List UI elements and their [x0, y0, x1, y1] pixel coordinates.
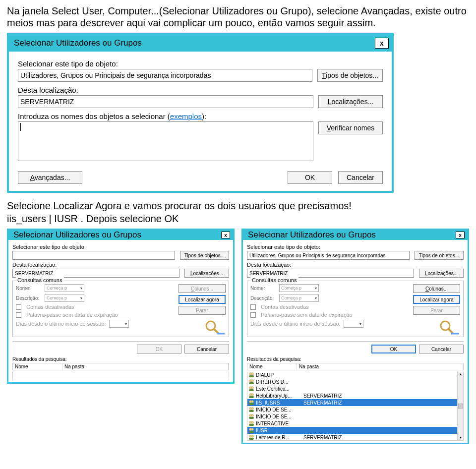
- close-icon[interactable]: x: [375, 38, 389, 49]
- object-types-button[interactable]: Tipos de objetos...: [415, 251, 464, 260]
- svg-rect-11: [249, 382, 254, 384]
- titlebar: Selecionar Utilizadores ou Grupos x: [9, 35, 392, 52]
- svg-point-13: [251, 387, 254, 389]
- location-label: Desta localização:: [12, 262, 229, 268]
- name-filter-label: Nome:: [16, 286, 42, 291]
- object-type-field[interactable]: Utilizadores, Grupos ou Principais de se…: [12, 251, 175, 260]
- location-field[interactable]: SERVERMATRIZ: [18, 95, 313, 108]
- find-now-button[interactable]: Localizar agora: [413, 295, 460, 304]
- location-field[interactable]: SERVERMATRIZ: [247, 269, 414, 278]
- ok-button[interactable]: OK: [371, 345, 416, 353]
- check-names-button[interactable]: Verificar nomes: [318, 121, 383, 134]
- disabled-accounts-checkbox[interactable]: [16, 304, 21, 310]
- intro-paragraph-3: iis_users | IUSR . Depois selecione OK: [7, 213, 469, 225]
- location-field[interactable]: SERVERMATRIZ: [12, 269, 179, 278]
- dialog-title: Selecionar Utilizadores ou Grupos: [248, 230, 456, 240]
- object-type-field[interactable]: Utilizadores, Grupos ou Principais de se…: [247, 251, 410, 260]
- col-name[interactable]: Nome: [247, 363, 297, 370]
- object-type-label: Selecionar este tipo de objeto:: [247, 244, 464, 250]
- days-combo[interactable]: ▾: [344, 320, 363, 328]
- titlebar: Selecionar Utilizadores ou Grupos x: [243, 230, 468, 240]
- ok-button[interactable]: OK: [137, 345, 181, 353]
- group-icon: [248, 420, 254, 426]
- chevron-down-icon: ▾: [315, 286, 317, 291]
- dialog-title: Selecionar Utilizadores ou Grupos: [13, 230, 221, 240]
- group-icon: [248, 400, 254, 406]
- names-label: Introduza os nomes dos objetos a selecio…: [18, 112, 383, 120]
- table-row[interactable]: IUSR: [247, 427, 463, 434]
- no-expire-checkbox[interactable]: [250, 312, 256, 318]
- svg-rect-23: [249, 410, 254, 412]
- table-row[interactable]: INÍCIO DE SE...: [247, 413, 463, 420]
- columns-button[interactable]: Colunas...: [178, 284, 226, 293]
- object-types-button[interactable]: Tipos de objetos...: [180, 251, 229, 260]
- desc-starts-combo[interactable]: Começa p▾: [279, 294, 319, 302]
- table-row[interactable]: DIREITOS D...: [247, 378, 463, 385]
- table-row[interactable]: HelpLibraryUp...SERVERMATRIZ: [247, 392, 463, 399]
- cancel-button[interactable]: Cancelar: [184, 345, 229, 353]
- close-icon[interactable]: x: [456, 232, 465, 238]
- columns-button[interactable]: Colunas...: [413, 284, 460, 293]
- svg-rect-32: [249, 431, 254, 433]
- days-combo[interactable]: ▾: [109, 320, 129, 328]
- col-folder[interactable]: Na pasta: [297, 363, 463, 370]
- desc-filter-input[interactable]: [322, 294, 410, 302]
- name-filter-input[interactable]: [87, 284, 176, 292]
- desc-filter-label: Descrição:: [16, 295, 42, 301]
- svg-point-28: [251, 421, 254, 424]
- select-users-dialog-advanced-left: Selecionar Utilizadores ou Grupos x Sele…: [7, 229, 235, 384]
- table-row[interactable]: DIALUP: [247, 371, 463, 378]
- table-row[interactable]: Este Certifica...: [247, 385, 463, 392]
- locations-button[interactable]: Localizações...: [419, 269, 464, 278]
- row-name: HelpLibraryUp...: [256, 393, 303, 399]
- scroll-up-icon[interactable]: ▴: [460, 372, 462, 376]
- stop-button[interactable]: Parar: [178, 306, 226, 315]
- table-row[interactable]: INÍCIO DE SE...: [247, 406, 463, 413]
- svg-rect-8: [249, 375, 254, 377]
- ok-button[interactable]: OK: [288, 171, 332, 184]
- close-icon[interactable]: x: [221, 232, 230, 238]
- svg-point-22: [251, 408, 254, 410]
- svg-point-10: [251, 380, 254, 382]
- locations-button[interactable]: Localizações...: [318, 95, 383, 108]
- desc-starts-combo[interactable]: Começa p▾: [45, 294, 84, 302]
- disabled-accounts-checkbox[interactable]: [250, 304, 256, 310]
- advanced-button[interactable]: Avançadas...: [18, 171, 82, 184]
- scrollbar[interactable]: ▴ ▾: [457, 371, 463, 440]
- group-icon: [248, 393, 254, 399]
- row-name: IUSR: [256, 428, 303, 433]
- row-name: INTERACTIVE: [256, 421, 303, 426]
- stop-button[interactable]: Parar: [413, 306, 460, 315]
- name-filter-input[interactable]: [322, 284, 410, 292]
- group-icon: [248, 386, 254, 392]
- locations-button[interactable]: Localizações...: [184, 269, 229, 278]
- cancel-button[interactable]: Cancelar: [419, 345, 464, 353]
- object-types-button[interactable]: Tipos de objetos...: [317, 69, 383, 82]
- table-row[interactable]: Leitores de R...SERVERMATRIZ: [247, 434, 463, 441]
- search-icon: [202, 319, 226, 336]
- common-queries-group: Consultas comuns Nome: Começa p▾ Descriç…: [247, 281, 464, 337]
- col-name[interactable]: Nome: [13, 363, 62, 370]
- scroll-thumb[interactable]: [458, 404, 463, 409]
- examples-link[interactable]: exemplos: [170, 112, 202, 120]
- svg-point-16: [251, 394, 254, 396]
- select-users-dialog: Selecionar Utilizadores ou Grupos x Sele…: [7, 33, 394, 193]
- name-starts-combo[interactable]: Começa p▾: [279, 284, 319, 292]
- scroll-down-icon[interactable]: ▾: [460, 435, 462, 440]
- table-row[interactable]: IIS_IUSRSSERVERMATRIZ: [247, 399, 463, 406]
- table-row[interactable]: INTERACTIVE: [247, 420, 463, 427]
- name-filter-label: Nome:: [250, 286, 276, 291]
- results-list[interactable]: ▴ ▾ DIALUPDIREITOS D...Este Certifica...…: [247, 371, 464, 441]
- location-label: Desta localização:: [247, 262, 464, 268]
- cancel-button[interactable]: Cancelar: [338, 171, 383, 184]
- group-icon: [248, 434, 254, 440]
- col-folder[interactable]: Na pasta: [62, 363, 229, 370]
- object-type-field[interactable]: Utilizadores, Grupos ou Principais de se…: [18, 69, 312, 82]
- no-expire-label: Palavra-passe sem data de expiração: [26, 312, 118, 318]
- names-input[interactable]: [18, 121, 313, 161]
- no-expire-checkbox[interactable]: [16, 312, 21, 318]
- name-starts-combo[interactable]: Começa p▾: [45, 284, 84, 292]
- find-now-button[interactable]: Localizar agora: [178, 295, 226, 304]
- row-name: IIS_IUSRS: [256, 400, 303, 406]
- desc-filter-input[interactable]: [87, 294, 176, 302]
